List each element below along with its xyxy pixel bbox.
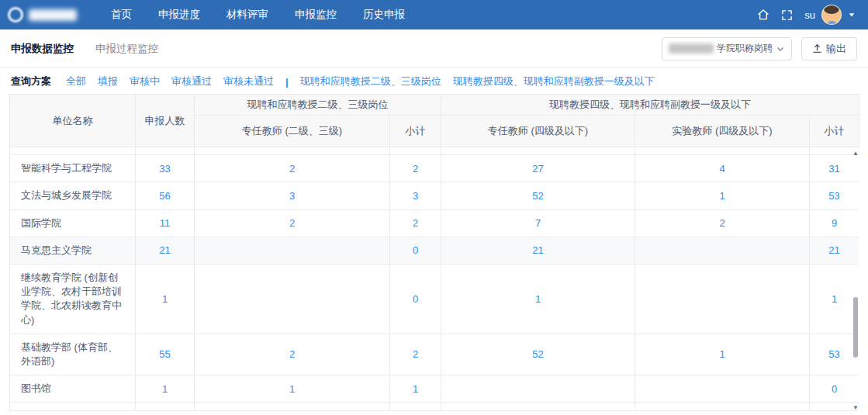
col-group-posts-4-below: 现聘教授四级、现聘和应聘副教授一级及以下 — [441, 95, 859, 116]
count-link[interactable]: 3 — [390, 147, 441, 155]
chevron-down-icon — [776, 44, 785, 54]
empty-cell — [635, 375, 810, 403]
count-link[interactable]: 33 — [136, 155, 195, 182]
count-link[interactable]: 44 — [136, 147, 195, 155]
count-link[interactable]: 426 — [441, 403, 635, 411]
filter-all[interactable]: 全部 — [66, 74, 86, 88]
export-button[interactable]: 输出 — [801, 37, 857, 61]
table-row: 马克思主义学院2102121 — [10, 237, 859, 264]
count-link[interactable]: 1 — [390, 375, 441, 403]
col-header-g2-subtotal: 小计 — [810, 116, 859, 147]
scroll-thumb[interactable] — [853, 297, 858, 358]
avatar — [821, 5, 842, 25]
count-link[interactable]: 1 — [635, 182, 810, 209]
count-link[interactable]: 1 — [136, 375, 195, 403]
unit-name-cell: 继续教育学院 (创新创业学院、农村干部培训学院、北农耕读教育中心) — [10, 264, 136, 334]
count-link[interactable]: 52 — [635, 403, 810, 411]
chevron-down-icon — [848, 11, 856, 19]
col-header-g2-teacher: 专任教师 (四级及以下) — [441, 116, 635, 147]
filter-separator: | — [285, 76, 289, 88]
count-link[interactable]: 56 — [136, 182, 195, 209]
main-nav: 首页 申报进度 材料评审 申报监控 历史申报 — [98, 0, 418, 29]
count-link[interactable]: 0 — [390, 237, 441, 264]
scroll-down-icon[interactable] — [852, 404, 859, 412]
count-link[interactable]: 7 — [441, 209, 635, 237]
nav-item-monitor[interactable]: 申报监控 — [282, 0, 350, 29]
nav-item-progress[interactable]: 申报进度 — [145, 0, 213, 29]
unit-name-cell: 总计 — [10, 403, 136, 411]
count-link[interactable]: 1 — [635, 147, 810, 155]
filter-reviewing[interactable]: 审核中 — [130, 74, 160, 88]
col-group-posts-2-3: 现聘和应聘教授二级、三级岗位 — [195, 95, 441, 116]
scrollbar[interactable] — [852, 150, 859, 412]
filter-approved[interactable]: 审核通过 — [171, 74, 212, 88]
count-link[interactable]: 1 — [136, 264, 195, 334]
tab-controls: 学院职称岗聘 输出 — [662, 37, 857, 61]
select-value: 学院职称岗聘 — [717, 42, 773, 55]
username: su — [804, 9, 815, 21]
count-link[interactable]: 3 — [195, 147, 390, 155]
count-link[interactable]: 2 — [195, 334, 390, 375]
nav-item-history[interactable]: 历史申报 — [350, 0, 418, 29]
table-header: 单位名称 申报人数 现聘和应聘教授二级、三级岗位 现聘教授四级、现聘和应聘副教授… — [9, 94, 859, 147]
data-table: 单位名称 申报人数 现聘和应聘教授二级、三级岗位 现聘教授四级、现聘和应聘副教授… — [9, 94, 859, 411]
count-link[interactable]: 532 — [136, 403, 195, 411]
table-row: 基础教学部 (体育部、外语部)552252153 — [10, 334, 859, 375]
plan-select[interactable]: 学院职称岗聘 — [662, 37, 792, 61]
table-row: 文法与城乡发展学院563352153 — [10, 182, 859, 209]
count-link[interactable]: 1 — [635, 334, 810, 375]
user-menu[interactable]: su — [804, 5, 856, 25]
count-link[interactable]: 2 — [390, 209, 441, 237]
count-link[interactable]: 2 — [390, 155, 441, 182]
nav-item-home[interactable]: 首页 — [98, 0, 145, 29]
count-link[interactable]: 27 — [441, 155, 635, 182]
unit-name-cell: 文法与城乡发展学院 — [10, 182, 136, 209]
count-link[interactable]: 52 — [441, 334, 635, 375]
select-redacted-text — [669, 43, 714, 54]
count-link[interactable]: 0 — [390, 264, 441, 334]
count-link[interactable]: 2 — [635, 209, 810, 237]
count-link[interactable]: 54 — [390, 403, 441, 411]
count-link[interactable]: 2 — [195, 209, 390, 237]
table-row: 食品科学与工程学院443341142 — [10, 147, 859, 155]
count-link[interactable]: 41 — [441, 147, 635, 155]
count-link[interactable]: 55 — [136, 334, 195, 375]
empty-cell — [635, 264, 810, 334]
table-row: 继续教育学院 (创新创业学院、农村干部培训学院、北农耕读教育中心)1011 — [10, 264, 859, 334]
unit-name-cell: 图书馆 — [10, 375, 136, 403]
home-icon[interactable] — [757, 9, 769, 21]
count-link[interactable]: 2 — [195, 155, 390, 182]
count-link[interactable]: 3 — [195, 182, 390, 209]
unit-name-cell: 智能科学与工程学院 — [10, 155, 136, 182]
filter-post-group1[interactable]: 现聘和应聘教授二级、三级岗位 — [300, 74, 441, 88]
table-row: 国际学院1122729 — [10, 209, 859, 237]
empty-cell — [195, 264, 390, 334]
count-link[interactable]: 3 — [390, 182, 441, 209]
nav-item-material-review[interactable]: 材料评审 — [213, 0, 282, 29]
tab-data-monitor[interactable]: 申报数据监控 — [11, 42, 74, 56]
count-link[interactable]: 54 — [195, 403, 390, 411]
table-row: 智能科学与工程学院332227431 — [10, 155, 859, 182]
filter-filling[interactable]: 填报 — [98, 74, 118, 88]
col-header-g2-lab: 实验教师 (四级及以下) — [635, 116, 810, 147]
count-link[interactable]: 1 — [441, 264, 635, 334]
export-label: 输出 — [826, 42, 846, 56]
fullscreen-icon[interactable] — [781, 9, 793, 21]
count-link[interactable]: 1 — [195, 375, 390, 403]
scroll-up-icon[interactable] — [852, 150, 859, 157]
unit-name-cell: 马克思主义学院 — [10, 237, 136, 264]
count-link[interactable]: 52 — [441, 182, 635, 209]
tab-process-monitor[interactable]: 申报过程监控 — [95, 42, 158, 56]
count-link[interactable]: 11 — [136, 209, 195, 237]
export-icon — [812, 43, 822, 54]
count-link[interactable]: 4 — [635, 155, 810, 182]
col-header-g1-subtotal: 小计 — [390, 116, 441, 147]
col-header-g1-teacher: 专任教师 (二级、三级) — [195, 116, 390, 147]
top-navbar: 首页 申报进度 材料评审 申报监控 历史申报 su — [0, 0, 868, 29]
filter-rejected[interactable]: 审核未通过 — [223, 74, 274, 88]
empty-cell — [635, 237, 810, 264]
count-link[interactable]: 21 — [441, 237, 635, 264]
count-link[interactable]: 21 — [136, 237, 195, 264]
filter-post-group2[interactable]: 现聘教授四级、现聘和应聘副教授一级及以下 — [453, 74, 655, 88]
count-link[interactable]: 2 — [390, 334, 441, 375]
